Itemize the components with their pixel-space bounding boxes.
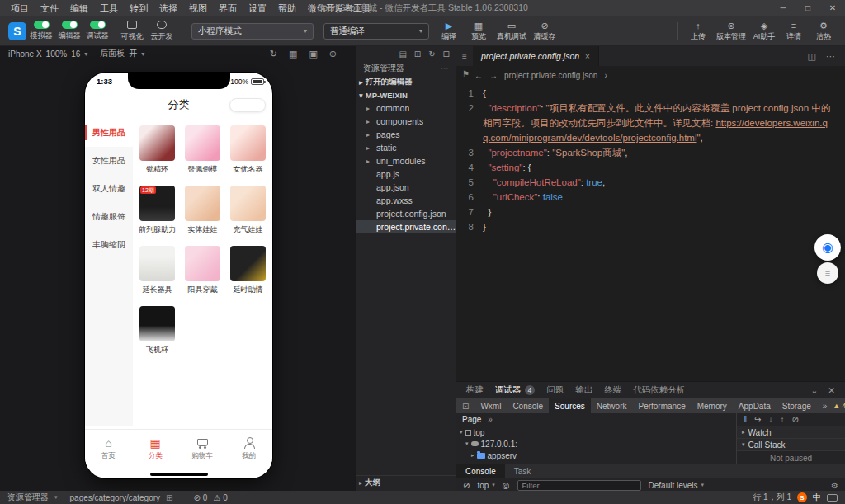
details-button[interactable]: ≡ 详情	[779, 21, 809, 42]
menu-select[interactable]: 选择	[153, 2, 183, 15]
menu-tools[interactable]: 工具	[94, 2, 124, 15]
tab-build[interactable]: 构建	[466, 384, 484, 396]
menu-help[interactable]: 帮助	[272, 2, 302, 15]
version-manage-button[interactable]: ⊚ 版本管理	[713, 21, 749, 42]
tab-debugger[interactable]: 调试器4	[495, 384, 535, 396]
category-item-couple[interactable]: 双人情趣	[85, 175, 133, 203]
ai-assistant-button[interactable]: ◈ AI助手	[749, 21, 779, 42]
toggle-editor[interactable]: 编辑器	[56, 21, 83, 41]
devtools-tab-wxml[interactable]: Wxml	[474, 398, 507, 413]
refresh-icon[interactable]: ↻	[270, 49, 277, 59]
drawer-tab-console[interactable]: Console	[456, 464, 505, 478]
current-page-path[interactable]: pages/category/category	[70, 493, 161, 502]
rear-panel-state[interactable]: 开	[129, 48, 137, 59]
extra-tool-button[interactable]: ⚙ 洁热	[809, 21, 838, 42]
tab-output[interactable]: 输出	[575, 384, 592, 396]
product-item[interactable]: 延长器具	[135, 246, 180, 295]
editor-tab[interactable]: project.private.config.json ×	[473, 46, 599, 66]
screenshot-icon[interactable]: ▣	[309, 49, 317, 59]
cloud-dev-button[interactable]: 云开发	[147, 21, 177, 42]
context-select[interactable]: top▾	[477, 481, 494, 490]
split-editor-icon[interactable]: ◫	[808, 51, 816, 62]
error-count[interactable]: ⊘0	[193, 493, 207, 502]
tab-problems[interactable]: 问题	[546, 384, 564, 396]
watch-section[interactable]: ▸Watch	[737, 426, 845, 439]
product-item[interactable]: 12期前列腺助力	[135, 186, 180, 235]
forward-icon[interactable]: →	[489, 71, 498, 80]
step-out-icon[interactable]: ↑	[781, 415, 785, 424]
preview-button[interactable]: ▦ 预览	[464, 21, 493, 42]
open-editors-section[interactable]: ▸ 打开的编辑器	[356, 75, 456, 88]
category-item-care[interactable]: 丰胸缩阴	[85, 231, 133, 259]
clear-console-icon[interactable]: ⊘	[463, 481, 470, 490]
frame-tree-top[interactable]: ▾top	[456, 426, 517, 438]
close-tab-icon[interactable]: ×	[585, 52, 590, 61]
log-levels-select[interactable]: Default levels▾	[649, 481, 705, 490]
console-filter-input[interactable]	[517, 480, 641, 491]
bookmark-icon[interactable]: ⚑	[462, 69, 470, 78]
product-item[interactable]: 实体娃娃	[180, 186, 225, 235]
copy-path-icon[interactable]: ⊞	[166, 493, 172, 502]
tab-category[interactable]: ▦ 分类	[132, 430, 179, 469]
grid-icon[interactable]: ▦	[289, 49, 297, 59]
inspect-icon[interactable]: ⊡	[456, 398, 474, 413]
device-debug-button[interactable]: ▭ 真机调试	[493, 21, 530, 42]
devtools-tab-network[interactable]: Network	[591, 398, 633, 413]
project-root-section[interactable]: ▾ MP-WEIXIN	[356, 88, 456, 101]
step-over-icon[interactable]: ↪	[754, 415, 761, 424]
file-app-wxss[interactable]: app.wxss	[356, 194, 456, 207]
product-item[interactable]: 阳具穿戴	[180, 246, 225, 295]
overflow-icon[interactable]: »	[488, 415, 493, 424]
toggle-debugger[interactable]: 调试器	[84, 21, 111, 41]
close-panel-icon[interactable]: ✕	[828, 385, 835, 395]
statusbar-view-select[interactable]: 资源管理器	[7, 492, 49, 503]
tab-profile[interactable]: 我的	[225, 430, 272, 469]
tab-home[interactable]: ⌂ 首页	[85, 430, 132, 469]
assistant-float-button[interactable]: ◉	[814, 234, 841, 261]
warning-count[interactable]: ⚠0	[213, 493, 228, 502]
frame-tree-folder[interactable]: ▸appservi...	[456, 450, 517, 461]
outline-section[interactable]: ▸ 大纲	[356, 475, 456, 489]
file-app-json[interactable]: app.json	[356, 181, 456, 194]
devtools-tab-sources[interactable]: Sources	[549, 398, 591, 413]
folder-static[interactable]: ▸static	[356, 141, 456, 154]
sources-tab-page[interactable]: Page	[462, 415, 481, 424]
refresh-icon[interactable]: ↻	[428, 49, 435, 59]
cursor-position[interactable]: 行 1，列 1	[753, 492, 791, 503]
file-app-js[interactable]: app.js	[356, 167, 456, 181]
menu-project[interactable]: 项目	[5, 2, 35, 15]
devtools-tab-console[interactable]: Console	[507, 398, 549, 413]
clear-cache-button[interactable]: ⊘ 清缓存	[530, 21, 559, 42]
new-folder-icon[interactable]: ⊞	[414, 49, 421, 59]
product-item[interactable]: 飞机杯	[135, 306, 180, 356]
folder-pages[interactable]: ▸pages	[356, 128, 456, 141]
menu-interface[interactable]: 界面	[213, 2, 243, 15]
zoom-level[interactable]: 100%	[46, 49, 68, 59]
toggle-simulator[interactable]: 模拟器	[28, 21, 54, 41]
menu-settings[interactable]: 设置	[243, 2, 272, 15]
devtools-tab-performance[interactable]: Performance	[632, 398, 691, 413]
file-project-config[interactable]: project.config.json	[356, 207, 456, 220]
category-item-female[interactable]: 女性用品	[85, 147, 133, 175]
back-icon[interactable]: ←	[474, 71, 483, 80]
secondary-float-button[interactable]: ≡	[817, 262, 838, 284]
keyboard-icon[interactable]	[827, 494, 838, 502]
folder-uni-modules[interactable]: ▸uni_modules	[356, 154, 456, 167]
device-select[interactable]: iPhone X	[8, 49, 42, 59]
more-icon[interactable]: ⋯	[826, 51, 835, 62]
compile-mode-select[interactable]: 普通编译 ▾	[323, 23, 429, 40]
code-area[interactable]: 1{ 2 "description": "项目私有配置文件。此文件中的内容将覆盖…	[456, 84, 845, 381]
network-indicator[interactable]: 16	[71, 49, 80, 59]
upload-button[interactable]: ↑ 上传	[683, 21, 713, 42]
file-project-private-config[interactable]: project.private.config.json	[356, 220, 456, 233]
new-file-icon[interactable]: ▤	[399, 49, 406, 59]
product-item[interactable]: 臀佩倒模	[180, 125, 225, 175]
menu-view[interactable]: 视图	[183, 2, 213, 15]
product-item[interactable]: 女优名器	[225, 125, 271, 175]
maximize-button[interactable]: □	[795, 0, 820, 16]
deactivate-breakpoints-icon[interactable]: ⊘	[792, 415, 799, 424]
devtools-tab-storage[interactable]: Storage	[777, 398, 817, 413]
mode-select[interactable]: 小程序模式 ▾	[191, 23, 314, 40]
collapse-panel-icon[interactable]: ⌄	[810, 385, 818, 395]
devtools-tab-memory[interactable]: Memory	[692, 398, 733, 413]
